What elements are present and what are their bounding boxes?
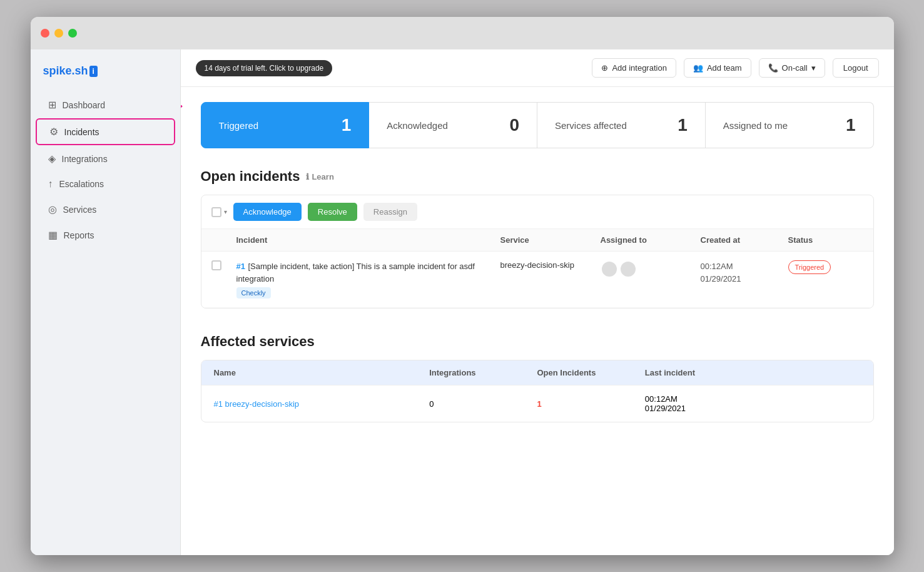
service-integrations: 0: [429, 399, 537, 409]
col-incident: Incident: [236, 235, 500, 245]
logout-button[interactable]: Logout: [833, 58, 879, 78]
stat-services-count: 1: [678, 115, 688, 135]
learn-link[interactable]: ℹ Learn: [306, 172, 333, 181]
minimize-button[interactable]: [54, 29, 63, 38]
trial-badge[interactable]: 14 days of trial left. Click to upgrade: [196, 60, 333, 76]
table-toolbar: ▾ Acknowledge Resolve Reassign: [201, 195, 873, 229]
services-icon: ◎: [48, 203, 57, 215]
sidebar: spike.sh i ⊞ Dashboard ⚙ Incidents ◈ Int…: [31, 49, 181, 555]
info-icon: ℹ: [306, 172, 309, 181]
incident-created-at: 00:12AM01/29/2021: [701, 260, 788, 285]
stat-card-triggered[interactable]: Triggered 1: [201, 102, 370, 148]
aff-col-integrations: Integrations: [429, 368, 537, 377]
incidents-table-header: Incident Service Assigned to Created at …: [201, 229, 873, 252]
incident-assigned-to: [601, 260, 701, 278]
stat-triggered-label: Triggered: [219, 120, 259, 131]
service-link[interactable]: #1 breezy-decision-skip: [214, 399, 430, 409]
people-icon: 👥: [693, 63, 703, 73]
checkbox-area: ▾: [211, 207, 227, 217]
affected-services-header: Name Integrations Open Incidents Last in…: [201, 360, 873, 385]
row-checkbox[interactable]: [211, 260, 221, 270]
tag-checkly[interactable]: Checkly: [236, 287, 271, 299]
reports-icon: ▦: [48, 229, 58, 241]
sidebar-item-dashboard[interactable]: ⊞ Dashboard: [36, 93, 175, 117]
open-incidents-title: Open incidents ℹ Learn: [201, 168, 874, 185]
sidebar-item-label: Escalations: [59, 179, 104, 189]
stat-acknowledged-label: Acknowledged: [387, 120, 448, 131]
status-badge: Triggered: [788, 260, 831, 274]
topbar: 14 days of trial left. Click to upgrade …: [181, 49, 894, 87]
incident-title: [Sample incident, take action] This is a…: [236, 262, 475, 283]
sidebar-item-escalations[interactable]: ↑ Escalations: [36, 172, 175, 196]
sidebar-item-services[interactable]: ◎ Services: [36, 197, 175, 222]
stat-card-services-affected[interactable]: Services affected 1: [537, 102, 706, 148]
avatar: [601, 260, 618, 278]
close-button[interactable]: [41, 29, 49, 38]
dashboard-icon: ⊞: [48, 99, 56, 111]
incident-status: Triggered: [788, 260, 863, 274]
col-status: Status: [788, 235, 863, 245]
affected-services-section: Affected services Name Integrations Open…: [201, 334, 874, 422]
stat-card-acknowledged[interactable]: Acknowledged 0: [369, 102, 537, 148]
stat-assigned-label: Assigned to me: [723, 120, 788, 131]
reassign-button[interactable]: Reassign: [363, 203, 417, 221]
plus-circle-icon: ⊕: [601, 63, 608, 73]
maximize-button[interactable]: [68, 29, 77, 38]
aff-col-open-incidents: Open Incidents: [537, 368, 644, 377]
sidebar-item-label: Reports: [64, 230, 94, 240]
title-bar: [31, 17, 894, 49]
incident-service: breezy-decision-skip: [500, 260, 601, 270]
sidebar-item-reports[interactable]: ▦ Reports: [36, 223, 175, 247]
stats-row: Triggered 1 Acknowledged 0 Services affe…: [201, 102, 874, 148]
add-integration-button[interactable]: ⊕ Add integration: [592, 58, 676, 78]
resolve-button[interactable]: Resolve: [308, 203, 357, 221]
integrations-icon: ◈: [48, 153, 56, 165]
stat-triggered-count: 1: [342, 115, 352, 135]
incident-info: #1 [Sample incident, take action] This i…: [236, 260, 500, 299]
affected-service-row: #1 breezy-decision-skip 0 1 00:12AM01/29…: [201, 385, 873, 422]
service-open-incidents: 1: [537, 399, 644, 409]
add-team-button[interactable]: 👥 Add team: [684, 58, 751, 78]
sidebar-item-label: Incidents: [64, 127, 99, 137]
sidebar-item-label: Dashboard: [63, 100, 106, 110]
stat-services-label: Services affected: [555, 120, 627, 131]
aff-col-name: Name: [214, 368, 430, 377]
logo-area: spike.sh i: [31, 59, 180, 93]
escalations-icon: ↑: [48, 178, 53, 190]
col-service: Service: [500, 235, 601, 245]
aff-col-last-incident: Last incident: [645, 368, 861, 377]
col-assigned-to: Assigned to: [601, 235, 701, 245]
stat-acknowledged-count: 0: [509, 115, 519, 135]
sidebar-item-label: Integrations: [62, 154, 108, 164]
stat-assigned-count: 1: [846, 115, 856, 135]
open-incidents-section: Open incidents ℹ Learn ▾: [201, 168, 874, 309]
affected-services-title: Affected services: [201, 334, 874, 350]
incidents-icon: ⚙: [49, 126, 58, 138]
stat-card-assigned[interactable]: Assigned to me 1: [706, 102, 874, 148]
select-dropdown-chevron[interactable]: ▾: [224, 208, 227, 215]
affected-services-table: Name Integrations Open Incidents Last in…: [201, 360, 874, 422]
sidebar-item-integrations[interactable]: ◈ Integrations: [36, 146, 175, 171]
incidents-table: ▾ Acknowledge Resolve Reassign Incident …: [201, 195, 874, 309]
on-call-button[interactable]: 📞 On-call ▾: [759, 58, 825, 78]
sidebar-item-label: Services: [63, 205, 97, 215]
table-row: #1 [Sample incident, take action] This i…: [201, 252, 873, 308]
col-created-at: Created at: [701, 235, 788, 245]
logo-text: spike.sh: [43, 64, 88, 78]
logo-badge: i: [89, 66, 98, 77]
acknowledge-button[interactable]: Acknowledge: [233, 203, 302, 221]
phone-icon: 📞: [768, 63, 778, 73]
main-content: 14 days of trial left. Click to upgrade …: [181, 49, 894, 555]
content-area: Triggered 1 Acknowledged 0 Services affe…: [181, 87, 894, 437]
chevron-down-icon: ▾: [811, 63, 816, 73]
select-all-checkbox[interactable]: [211, 207, 221, 217]
avatar: [619, 260, 637, 278]
sidebar-item-incidents[interactable]: ⚙ Incidents: [36, 118, 175, 145]
incident-number[interactable]: #1: [236, 262, 245, 271]
service-last-incident: 00:12AM01/29/2021: [645, 394, 861, 413]
